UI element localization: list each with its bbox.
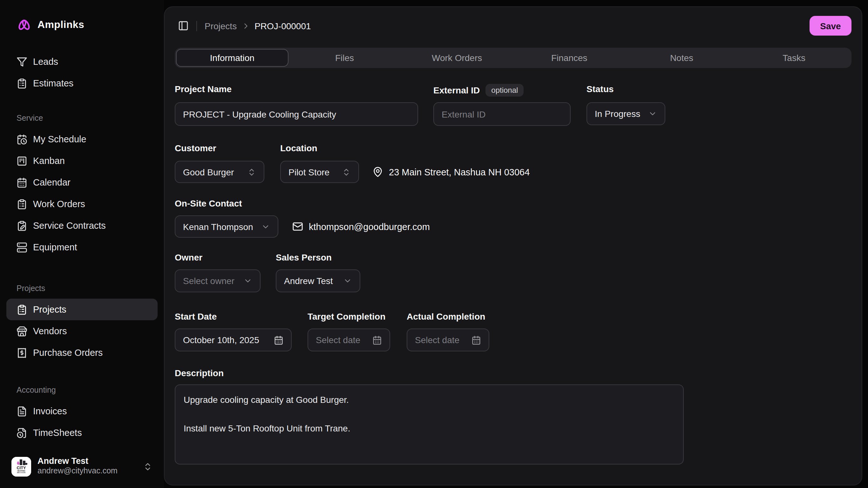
sidebar-item-label: Leads <box>33 57 58 67</box>
amplinks-logo-icon <box>17 17 32 32</box>
user-name: Andrew Test <box>37 456 118 466</box>
sidebar-item-label: My Schedule <box>33 134 86 144</box>
status-label: Status <box>587 84 665 95</box>
sidebar-item-label: Work Orders <box>33 199 85 209</box>
clipboard-list-icon <box>17 199 27 209</box>
sidebar-item-label: Projects <box>33 304 66 314</box>
sidebar-item-invoices[interactable]: Invoices <box>6 400 158 422</box>
sidebar-toggle-button[interactable] <box>175 18 191 34</box>
location-value: Pilot Store <box>288 167 330 177</box>
section-label-service: Service <box>6 113 158 123</box>
brand[interactable]: Amplinks <box>6 17 158 33</box>
chevrons-up-down-icon <box>342 167 351 176</box>
sidebar-item-work-orders[interactable]: Work Orders <box>6 193 158 215</box>
save-button[interactable]: Save <box>810 16 851 36</box>
chevrons-up-down-icon <box>143 462 153 471</box>
sales-person-label: Sales Person <box>276 252 360 263</box>
contact-label: On-Site Contact <box>175 198 278 209</box>
avatar: CITY HEATING AND COOLING <box>11 457 31 476</box>
contact-value: Kenan Thompson <box>183 221 253 232</box>
section-label-projects: Projects <box>6 283 158 294</box>
avatar-line3: AND COOLING <box>17 472 26 473</box>
chevron-down-icon <box>243 276 252 285</box>
sidebar-item-kanban[interactable]: Kanban <box>6 150 158 172</box>
sidebar-item-projects[interactable]: Projects <box>6 299 158 320</box>
sidebar-item-label: Calendar <box>33 177 70 187</box>
location-label: Location <box>280 143 359 154</box>
tab-work-orders[interactable]: Work Orders <box>401 49 513 67</box>
project-name-label: Project Name <box>175 84 418 95</box>
description-textarea[interactable]: Upgrade cooling capacity at Good Burger.… <box>175 385 684 464</box>
user-email: andrew@cityhvac.com <box>37 467 118 477</box>
tab-files[interactable]: Files <box>288 49 401 67</box>
file-clock-icon <box>17 427 27 438</box>
external-id-input[interactable] <box>433 102 570 126</box>
sidebar-item-purchase-orders[interactable]: Purchase Orders <box>6 342 158 363</box>
project-form: Project Name External ID optional Status… <box>175 84 851 464</box>
sidebar-item-vendors[interactable]: Vendors <box>6 320 158 342</box>
calendar-icon <box>17 177 27 188</box>
external-id-label: External ID <box>433 85 480 96</box>
kanban-icon <box>17 155 27 166</box>
location-address: 23 Main Street, Nashua NH 03064 <box>389 167 530 177</box>
avatar-line1: CITY <box>17 465 26 470</box>
start-date-label: Start Date <box>175 311 292 322</box>
user-menu[interactable]: CITY HEATING AND COOLING Andrew Test and… <box>6 452 158 480</box>
customer-select[interactable]: Good Burger <box>175 161 264 183</box>
file-text-icon <box>17 406 27 417</box>
section-label-accounting: Accounting <box>6 385 158 395</box>
funnel-icon <box>17 56 27 67</box>
actual-completion-picker[interactable]: Select date <box>407 329 489 352</box>
main-panel: Projects PROJ-000001 Save Information Fi… <box>164 6 862 485</box>
tab-notes[interactable]: Notes <box>626 49 738 67</box>
clipboard-pen-icon <box>17 220 27 231</box>
sales-person-value: Andrew Test <box>284 276 333 286</box>
actual-completion-label: Actual Completion <box>407 311 489 322</box>
sidebar-item-calendar[interactable]: Calendar <box>6 172 158 193</box>
sidebar-item-timesheets[interactable]: TimeSheets <box>6 422 158 444</box>
project-name-input[interactable] <box>175 102 418 126</box>
target-completion-label: Target Completion <box>308 311 390 322</box>
status-select[interactable]: In Progress <box>587 102 665 125</box>
target-completion-picker[interactable]: Select date <box>308 329 390 352</box>
tab-finances[interactable]: Finances <box>513 49 626 67</box>
header-divider <box>196 21 197 31</box>
server-icon <box>17 242 27 252</box>
sidebar-item-service-contracts[interactable]: Service Contracts <box>6 215 158 236</box>
mail-icon <box>292 221 303 232</box>
owner-select[interactable]: Select owner <box>175 269 260 292</box>
panel-left-icon <box>178 20 188 31</box>
customer-label: Customer <box>175 143 264 154</box>
chevron-down-icon <box>648 109 657 118</box>
status-value: In Progress <box>595 109 640 119</box>
target-completion-placeholder: Select date <box>316 335 360 345</box>
breadcrumb-current: PROJ-000001 <box>254 21 311 31</box>
sidebar-item-my-schedule[interactable]: My Schedule <box>6 128 158 150</box>
sidebar-item-estimates[interactable]: Estimates <box>6 72 158 94</box>
sidebar-item-equipment[interactable]: Equipment <box>6 236 158 258</box>
sidebar-item-label: Invoices <box>33 406 67 416</box>
breadcrumb-projects[interactable]: Projects <box>205 21 237 31</box>
owner-placeholder: Select owner <box>183 276 235 286</box>
location-select[interactable]: Pilot Store <box>280 161 359 183</box>
sales-person-select[interactable]: Andrew Test <box>276 269 360 292</box>
customer-value: Good Burger <box>183 167 234 177</box>
start-date-picker[interactable]: October 10th, 2025 <box>175 329 292 352</box>
start-date-value: October 10th, 2025 <box>183 335 259 345</box>
calendar-clock-icon <box>17 134 27 145</box>
chevron-right-icon <box>241 21 250 30</box>
contact-select[interactable]: Kenan Thompson <box>175 215 278 238</box>
sidebar: Amplinks Leads Estimates Service My Sche… <box>0 0 164 488</box>
chevrons-up-down-icon <box>247 167 256 176</box>
app-root: Amplinks Leads Estimates Service My Sche… <box>0 0 868 488</box>
tab-information[interactable]: Information <box>176 49 288 67</box>
avatar-line2: HEATING <box>17 469 25 471</box>
sidebar-item-leads[interactable]: Leads <box>6 51 158 72</box>
sidebar-item-label: Service Contracts <box>33 220 106 231</box>
calendar-icon <box>274 335 283 345</box>
owner-label: Owner <box>175 252 260 263</box>
tab-tasks[interactable]: Tasks <box>738 49 850 67</box>
optional-badge: optional <box>486 84 524 97</box>
panel-header: Projects PROJ-000001 Save <box>175 16 851 36</box>
contact-email: kthompson@goodburger.com <box>309 221 430 232</box>
